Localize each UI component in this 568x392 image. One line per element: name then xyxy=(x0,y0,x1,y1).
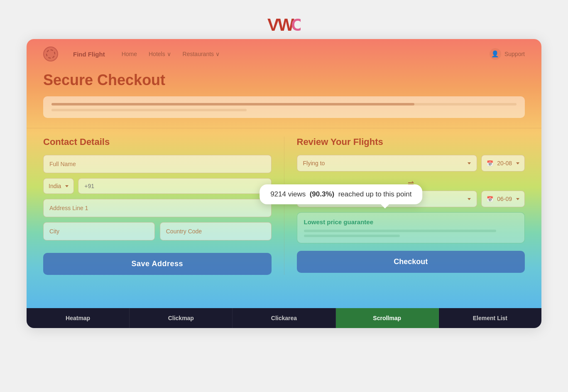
destination-chevron-2 xyxy=(468,198,471,200)
nav-home[interactable]: Home xyxy=(122,51,137,57)
address-input[interactable] xyxy=(43,199,272,217)
toolbar-clickarea-label: Clickarea xyxy=(271,315,297,321)
date-value-1: 20-08 xyxy=(497,160,512,167)
progress-fill xyxy=(51,103,414,105)
page-title-section: Secure Checkout xyxy=(27,67,541,96)
progress-area xyxy=(43,96,525,118)
bottom-toolbar: Heatmap Clickmap Clickarea Scrollmap Ele… xyxy=(27,308,541,328)
vwo-logo: V W O xyxy=(267,16,301,33)
tooltip-bubble: 9214 views (90.3%) reached up to this po… xyxy=(260,184,422,204)
toolbar-elementlist[interactable]: Element List xyxy=(439,308,541,328)
toolbar-elementlist-label: Element List xyxy=(473,315,507,321)
brand-logo[interactable] xyxy=(43,47,58,61)
destination-label-1: Flying to xyxy=(303,160,325,167)
support-label: Support xyxy=(504,51,525,57)
country-value: India xyxy=(49,183,61,189)
date-chevron-2 xyxy=(516,198,519,200)
main-container: Find Flight Home Hotels ∨ Restaurants ∨ … xyxy=(27,39,541,328)
progress-track xyxy=(51,103,517,105)
tooltip-highlight: (90.3%) xyxy=(310,190,335,198)
checkout-button[interactable]: Checkout xyxy=(297,251,525,273)
phone-row: India xyxy=(43,178,272,194)
city-country-row xyxy=(43,222,272,245)
nav-restaurants[interactable]: Restaurants ∨ xyxy=(183,51,220,57)
navigation: Find Flight Home Hotels ∨ Restaurants ∨ … xyxy=(27,39,541,67)
date-value-2: 06-09 xyxy=(497,196,512,202)
save-address-button[interactable]: Save Address xyxy=(43,253,272,275)
content-columns: Contact Details India xyxy=(27,137,541,275)
brand-logo-inner xyxy=(46,49,55,59)
divider xyxy=(27,128,541,128)
svg-text:V: V xyxy=(267,16,279,33)
country-chevron-icon xyxy=(65,185,69,187)
support-icon: 👤 xyxy=(490,48,501,60)
page-title: Secure Checkout xyxy=(43,71,525,89)
city-input[interactable] xyxy=(43,222,155,240)
toolbar-scrollmap-label: Scrollmap xyxy=(373,315,401,321)
toolbar-clickmap[interactable]: Clickmap xyxy=(130,308,233,328)
toolbar-clickarea[interactable]: Clickarea xyxy=(233,308,335,328)
contact-details-section: Contact Details India xyxy=(43,137,284,275)
calendar-icon-1: 📅 xyxy=(487,160,493,167)
flights-section-title: Review Your Flights xyxy=(297,137,525,147)
review-flights-section: Review Your Flights Flying to 📅 20-08 xyxy=(284,137,525,275)
date-select-1[interactable]: 📅 20-08 xyxy=(481,155,525,172)
full-name-input[interactable] xyxy=(43,155,272,173)
country-code-input[interactable] xyxy=(160,222,272,240)
toolbar-clickmap-label: Clickmap xyxy=(168,315,194,321)
save-btn-area: Save Address xyxy=(43,253,272,275)
guarantee-box: Lowest price guarantee xyxy=(297,212,525,243)
logo-area: V W O xyxy=(8,8,560,39)
tooltip-suffix: reached up to this point xyxy=(338,190,412,198)
destination-select-1[interactable]: Flying to xyxy=(297,155,477,172)
progress-sub xyxy=(51,109,247,111)
date-select-2[interactable]: 📅 06-09 xyxy=(481,191,525,207)
svg-text:O: O xyxy=(291,16,301,33)
destination-chevron-1 xyxy=(468,162,471,164)
brand-name[interactable]: Find Flight xyxy=(73,51,105,58)
nav-links: Home Hotels ∨ Restaurants ∨ xyxy=(122,51,477,57)
toolbar-heatmap-label: Heatmap xyxy=(66,315,90,321)
support-button[interactable]: 👤 Support xyxy=(490,48,525,60)
flight-row-1: Flying to 📅 20-08 xyxy=(297,155,525,172)
tooltip-views: 9214 views xyxy=(270,190,306,198)
calendar-icon-2: 📅 xyxy=(487,196,493,202)
country-selector[interactable]: India xyxy=(43,178,74,194)
nav-hotels[interactable]: Hotels ∨ xyxy=(149,51,171,57)
guarantee-bar-1 xyxy=(304,230,497,232)
contact-section-title: Contact Details xyxy=(43,137,272,147)
toolbar-heatmap[interactable]: Heatmap xyxy=(27,308,130,328)
phone-input[interactable] xyxy=(78,178,271,194)
guarantee-bar-2 xyxy=(304,235,400,237)
date-chevron-1 xyxy=(516,162,519,164)
toolbar-scrollmap[interactable]: Scrollmap xyxy=(336,308,439,328)
guarantee-title: Lowest price guarantee xyxy=(304,218,518,225)
